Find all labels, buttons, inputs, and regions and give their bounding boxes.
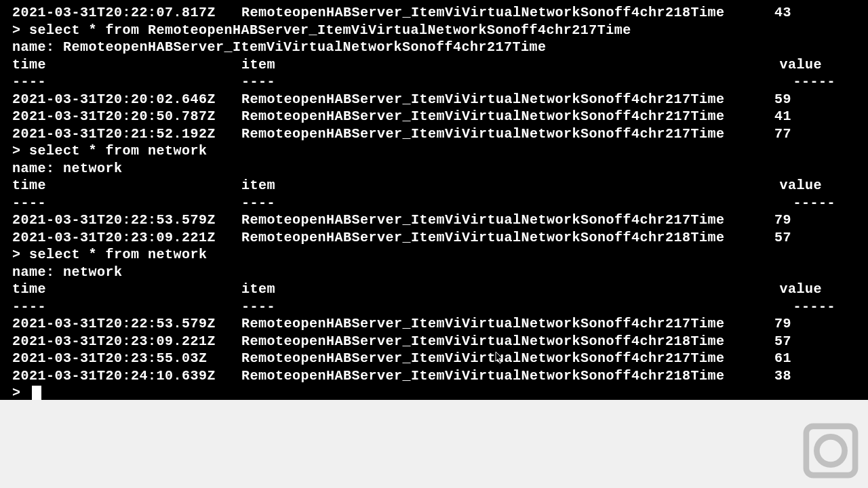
data-row: 2021-03-31T20:20:50.787ZRemoteopenHABSer… <box>12 108 856 125</box>
result-name: name: network <box>12 160 856 178</box>
data-row: 2021-03-31T20:20:02.646ZRemoteopenHABSer… <box>12 91 856 108</box>
cell-time: 2021-03-31T20:24:10.639Z <box>12 367 241 385</box>
cell-value: 79 <box>774 211 856 229</box>
header-time: time <box>12 56 241 74</box>
data-row: 2021-03-31T20:22:53.579ZRemoteopenHABSer… <box>12 315 856 333</box>
cell-time: 2021-03-31T20:21:52.192Z <box>12 125 241 143</box>
column-headers: timeitemvalue <box>12 56 856 74</box>
cell-value: 43 <box>774 4 856 22</box>
data-row: 2021-03-31T20:21:52.192ZRemoteopenHABSer… <box>12 125 856 143</box>
cell-item: RemoteopenHABServer_ItemViVirtualNetwork… <box>241 367 774 385</box>
cell-item: RemoteopenHABServer_ItemViVirtualNetwork… <box>241 229 774 247</box>
header-time: time <box>12 281 241 298</box>
divider-time: ---- <box>12 298 241 316</box>
cell-value: 79 <box>774 315 856 333</box>
cell-item: RemoteopenHABServer_ItemViVirtualNetwork… <box>241 91 774 108</box>
header-value: value <box>774 177 856 195</box>
cell-value: 57 <box>774 229 856 247</box>
result-name: name: RemoteopenHABServer_ItemViVirtualN… <box>12 39 856 56</box>
cell-value: 57 <box>774 333 856 350</box>
divider-value: ----- <box>774 195 856 212</box>
cell-value: 77 <box>774 125 856 143</box>
cell-value: 61 <box>774 350 856 367</box>
divider-value: ----- <box>774 73 856 91</box>
header-value: value <box>774 56 856 74</box>
cell-item: RemoteopenHABServer_ItemViVirtualNetwork… <box>241 108 774 125</box>
cell-value: 38 <box>774 367 856 385</box>
cell-item: RemoteopenHABServer_ItemViVirtualNetwork… <box>241 211 774 229</box>
cell-item: RemoteopenHABServer_ItemViVirtualNetwork… <box>241 315 774 333</box>
terminal-window[interactable]: 2021-03-31T20:22:07.817ZRemoteopenHABSer… <box>0 0 868 400</box>
cell-time: 2021-03-31T20:23:55.03Z <box>12 350 241 367</box>
command-line[interactable]: > select * from network <box>12 246 856 264</box>
data-row: 2021-03-31T20:23:55.03ZRemoteopenHABServ… <box>12 350 856 367</box>
cell-item: RemoteopenHABServer_ItemViVirtualNetwork… <box>241 333 774 350</box>
header-time: time <box>12 177 241 195</box>
text-cursor-icon <box>32 386 41 400</box>
divider-time: ---- <box>12 73 241 91</box>
header-item: item <box>241 281 774 298</box>
divider-item: ---- <box>241 298 774 316</box>
cell-time: 2021-03-31T20:22:07.817Z <box>12 4 241 22</box>
divider-value: ----- <box>774 298 856 316</box>
svg-rect-0 <box>806 426 855 475</box>
cell-item: RemoteopenHABServer_ItemViVirtualNetwork… <box>241 4 774 22</box>
cell-time: 2021-03-31T20:23:09.221Z <box>12 229 241 247</box>
cell-time: 2021-03-31T20:22:53.579Z <box>12 211 241 229</box>
data-row: 2021-03-31T20:23:09.221ZRemoteopenHABSer… <box>12 333 856 350</box>
data-row: 2021-03-31T20:23:09.221ZRemoteopenHABSer… <box>12 229 856 247</box>
prompt-line[interactable]: > <box>12 384 856 400</box>
result-name: name: network <box>12 264 856 281</box>
divider-row: ------------- <box>12 298 856 316</box>
command-line[interactable]: > select * from RemoteopenHABServer_Item… <box>12 22 856 39</box>
divider-item: ---- <box>241 73 774 91</box>
cell-time: 2021-03-31T20:22:53.579Z <box>12 315 241 333</box>
svg-point-1 <box>816 436 844 464</box>
column-headers: timeitemvalue <box>12 177 856 195</box>
cell-time: 2021-03-31T20:20:50.787Z <box>12 108 241 125</box>
cell-time: 2021-03-31T20:23:09.221Z <box>12 333 241 350</box>
command-line[interactable]: > select * from network <box>12 142 856 160</box>
cell-value: 59 <box>774 91 856 108</box>
header-item: item <box>241 56 774 74</box>
data-row: 2021-03-31T20:24:10.639ZRemoteopenHABSer… <box>12 367 856 385</box>
cell-time: 2021-03-31T20:20:02.646Z <box>12 91 241 108</box>
header-item: item <box>241 177 774 195</box>
divider-time: ---- <box>12 195 241 212</box>
divider-row: ------------- <box>12 73 856 91</box>
watermark-logo-icon <box>802 422 860 480</box>
cell-item: RemoteopenHABServer_ItemViVirtualNetwork… <box>241 350 774 367</box>
cell-value: 41 <box>774 108 856 125</box>
column-headers: timeitemvalue <box>12 281 856 298</box>
cell-item: RemoteopenHABServer_ItemViVirtualNetwork… <box>241 125 774 143</box>
data-row: 2021-03-31T20:22:53.579ZRemoteopenHABSer… <box>12 211 856 229</box>
divider-item: ---- <box>241 195 774 212</box>
header-value: value <box>774 281 856 298</box>
data-row: 2021-03-31T20:22:07.817ZRemoteopenHABSer… <box>12 4 856 22</box>
divider-row: ------------- <box>12 195 856 212</box>
